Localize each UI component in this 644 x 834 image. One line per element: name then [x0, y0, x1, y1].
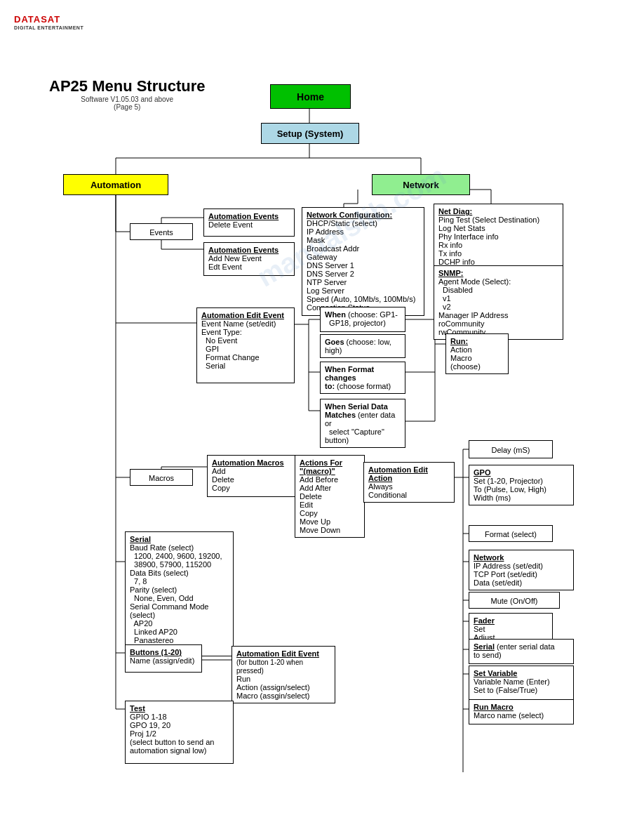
serial-action-box: Serial (enter serial datato send): [469, 639, 574, 664]
network-config-title: Network Configuration:: [307, 211, 392, 219]
logo: DATASAT DIGITAL ENTERTAINMENT: [14, 14, 83, 31]
auto-events-add-title: Automation Events: [208, 246, 279, 254]
logo-sub: DIGITAL ENTERTAINMENT: [14, 25, 83, 31]
actions-for-box: Actions For"(macro)" Add BeforeAdd After…: [295, 455, 365, 538]
auto-edit-action-title: Automation Edit Action: [368, 465, 428, 482]
network-config-items: DHCP/Static (select)IP AddressMaskBroadc…: [307, 219, 415, 312]
buttons-items: Name (assign/edit): [130, 656, 194, 665]
run-items: ActionMacro (choose): [450, 345, 481, 371]
goes-title: Goes: [325, 338, 344, 346]
set-variable-items: Variable Name (Enter)Set to (False/True): [474, 677, 550, 694]
auto-events-add-items: Add New EventEdt Event: [208, 254, 262, 271]
network-action-title: Network: [474, 553, 504, 562]
auto-events-add-box: Automation Events Add New EventEdt Event: [203, 242, 295, 276]
network-config-box: Network Configuration: DHCP/Static (sele…: [302, 207, 424, 316]
auto-macros-items: AddDeleteCopy: [212, 467, 234, 492]
serial-action-title: Serial: [474, 642, 495, 651]
macros-box: Macros: [130, 469, 193, 486]
auto-edit-event-items: Event Name (set/edit)Event Type: No Even…: [201, 319, 276, 370]
run-box: Run: ActionMacro (choose): [445, 333, 509, 374]
gpo-title: GPO: [474, 468, 490, 477]
delay-box: Delay (mS): [469, 440, 553, 458]
auto-events-del-title: Automation Events: [208, 212, 279, 220]
format-select-box: Format (select): [469, 525, 553, 542]
auto-edit-event2-box: Automation Edit Event (for button 1-20 w…: [232, 646, 335, 703]
logo-brand: DATASAT: [14, 14, 83, 25]
gpo-box: GPO Set (1-20, Projector)To (Pulse, Low,…: [469, 465, 574, 505]
page: DATASAT DIGITAL ENTERTAINMENT AP25 Menu …: [0, 0, 644, 834]
auto-edit-action-items: AlwaysConditional: [368, 482, 407, 499]
events-box: Events: [130, 223, 193, 240]
when-box: When (choose: GP1- GP18, projector): [320, 307, 405, 332]
buttons-title: Buttons (1-20): [130, 648, 182, 656]
snmp-box: SNMP: Agent Mode (Select): Disabled v1 v…: [434, 265, 563, 340]
automation-box: Automation: [63, 174, 168, 195]
mute-box: Mute (On/Off): [469, 592, 560, 609]
test-title: Test: [130, 704, 145, 713]
network-action-items: IP Address (set/edit)TCP Port (set/edit)…: [474, 562, 543, 587]
title-area: AP25 Menu Structure Software V1.05.03 an…: [49, 77, 206, 111]
test-box: Test GPIO 1-18GPO 19, 20Proj 1/2(select …: [125, 701, 234, 764]
actions-for-title: Actions For"(macro)": [300, 458, 342, 475]
auto-macros-title: Automation Macros: [212, 458, 284, 467]
auto-edit-event-title: Automation Edit Event: [201, 311, 284, 319]
subtitle1: Software V1.05.03 and above: [49, 95, 206, 103]
when-serial-box: When Serial DataMatches (enter data or s…: [320, 399, 405, 448]
goes-box: Goes (choose: low, high): [320, 334, 405, 358]
page-title: AP25 Menu Structure: [49, 77, 206, 95]
run-macro-box: Run Macro Marco name (select): [469, 699, 574, 724]
net-diag-box: Net Diag: Ping Test (Select Destination)…: [434, 204, 563, 270]
home-box: Home: [270, 84, 351, 109]
setup-box: Setup (System): [261, 123, 359, 144]
fader-title: Fader: [474, 616, 495, 625]
when-title: When: [325, 310, 346, 319]
run-macro-title: Run Macro: [474, 703, 514, 711]
set-variable-title: Set Variable: [474, 669, 517, 677]
serial-left-title: Serial: [130, 535, 151, 543]
test-items: GPIO 1-18GPO 19, 20Proj 1/2(select butto…: [130, 713, 214, 755]
serial-left-box: Serial Baud Rate (select) 1200, 2400, 96…: [125, 531, 234, 656]
actions-for-items: Add BeforeAdd AfterDeleteEditCopyMove Up…: [300, 475, 340, 534]
network-action-box: Network IP Address (set/edit)TCP Port (s…: [469, 550, 574, 590]
auto-edit-event2-subtitle: (for button 1-20 when pressed): [236, 658, 303, 675]
snmp-items: Agent Mode (Select): Disabled v1 v2Manag…: [438, 277, 511, 336]
auto-macros-box: Automation Macros AddDeleteCopy: [207, 455, 298, 497]
auto-edit-action-box: Automation Edit Action AlwaysConditional: [363, 462, 455, 503]
run-macro-items: Marco name (select): [474, 711, 544, 720]
net-diag-items: Ping Test (Select Destination)Log Net St…: [438, 216, 539, 266]
gpo-items: Set (1-20, Projector)To (Pulse, Low, Hig…: [474, 477, 546, 502]
auto-events-del-box: Automation Events Delete Event: [203, 208, 295, 237]
subtitle2: (Page 5): [49, 103, 206, 111]
auto-edit-event2-title: Automation Edit Event: [236, 649, 319, 658]
snmp-title: SNMP:: [438, 269, 463, 277]
network-box: Network: [372, 174, 470, 195]
buttons-box: Buttons (1-20) Name (assign/edit): [125, 644, 202, 673]
run-title: Run:: [450, 337, 468, 345]
when-format-choose: (choose format): [337, 382, 391, 390]
when-format-box: When Format changesto: (choose format): [320, 362, 405, 394]
auto-events-del-item: Delete Event: [208, 220, 253, 229]
serial-left-items: Baud Rate (select) 1200, 2400, 9600, 192…: [130, 543, 222, 653]
net-diag-title: Net Diag:: [438, 207, 472, 216]
auto-edit-event2-items: RunAction (assign/select)Macro (assgin/s…: [236, 675, 310, 700]
auto-edit-event-box: Automation Edit Event Event Name (set/ed…: [196, 307, 295, 383]
set-variable-box: Set Variable Variable Name (Enter)Set to…: [469, 666, 574, 701]
